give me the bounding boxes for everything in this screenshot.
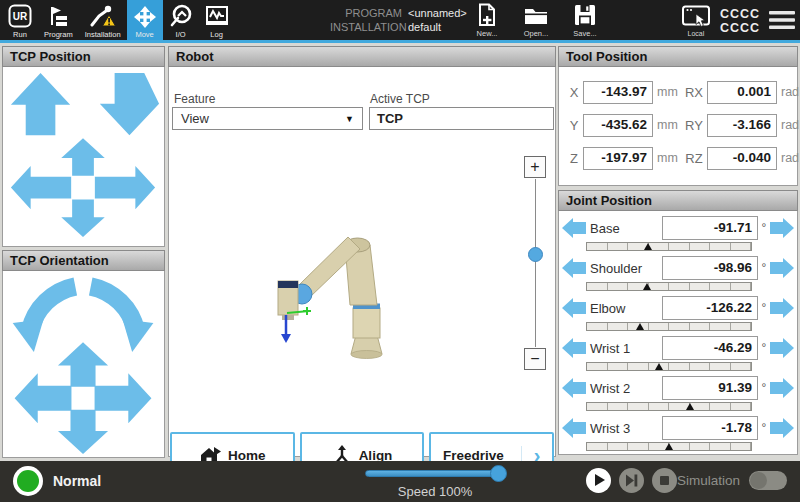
local-mode-button[interactable]: Local xyxy=(681,5,711,37)
tcp-orientation-title: TCP Orientation xyxy=(2,250,165,271)
elbow-minus-button[interactable] xyxy=(562,298,586,318)
safety-status-button[interactable]: Normal xyxy=(13,466,101,496)
shoulder-plus-button[interactable] xyxy=(770,258,794,278)
toggle-knob xyxy=(750,472,767,489)
move-icon xyxy=(134,6,156,28)
rotate-ry-minus-button[interactable] xyxy=(9,373,55,425)
zoom-out-button[interactable]: − xyxy=(524,348,546,370)
wrist1-value-field[interactable]: -46.29 xyxy=(662,336,758,360)
wrist1-minus-button[interactable] xyxy=(562,338,586,358)
rz-value-field[interactable]: -0.040 xyxy=(707,147,777,170)
rotate-rx-plus-button[interactable] xyxy=(56,341,112,387)
arrow-left-icon xyxy=(562,418,586,438)
installation-icon xyxy=(90,4,116,28)
program-tree-icon xyxy=(46,4,70,28)
tab-io[interactable]: I/O xyxy=(163,0,199,40)
wrist3-value-field[interactable]: -1.78 xyxy=(662,416,758,440)
shoulder-range-slider[interactable] xyxy=(586,282,752,291)
robot-3d-viewport[interactable]: + − xyxy=(169,144,555,429)
base-range-slider[interactable] xyxy=(586,242,752,251)
ry-value-field[interactable]: -3.166 xyxy=(707,114,777,137)
rz-unit: rad xyxy=(777,151,800,165)
main-tabs: UR Run Program xyxy=(2,0,235,40)
x-axis-label: X xyxy=(565,85,583,100)
tcp-jog-z-up-button[interactable] xyxy=(7,69,79,137)
tool-row-x: X -143.97 mm RX 0.001 rad xyxy=(565,77,791,107)
program-name: <unnamed> xyxy=(408,7,467,19)
active-tcp-field[interactable]: TCP xyxy=(369,107,554,130)
tab-run[interactable]: UR Run xyxy=(2,0,38,40)
io-icon xyxy=(169,4,193,28)
wrist2-minus-button[interactable] xyxy=(562,378,586,398)
wrist3-minus-button[interactable] xyxy=(562,418,586,438)
speed-slider[interactable] xyxy=(365,470,505,477)
arrow-left-icon xyxy=(562,378,586,398)
zoom-slider-track[interactable] xyxy=(535,179,536,347)
y-value-field[interactable]: -435.62 xyxy=(583,114,653,137)
tcp-jog-z-down-button[interactable] xyxy=(95,69,163,137)
open-button[interactable]: Open... xyxy=(515,3,557,38)
tab-program[interactable]: Program xyxy=(38,0,79,40)
zoom-slider-knob[interactable] xyxy=(528,247,543,262)
step-button[interactable] xyxy=(619,468,644,493)
tcp-jog-y-plus-button[interactable] xyxy=(58,135,110,177)
base-value-field[interactable]: -91.71 xyxy=(662,216,758,240)
x-value-field[interactable]: -143.97 xyxy=(583,81,653,104)
elbow-value-field[interactable]: -126.22 xyxy=(662,296,758,320)
stop-button[interactable] xyxy=(652,468,677,493)
tab-log[interactable]: Log xyxy=(199,0,235,40)
feature-dropdown[interactable]: View ▼ xyxy=(172,107,363,130)
wrist1-plus-button[interactable] xyxy=(770,338,794,358)
base-minus-button[interactable] xyxy=(562,218,586,238)
installation-name: default xyxy=(408,21,441,33)
slider-marker xyxy=(636,323,644,330)
wrist3-plus-button[interactable] xyxy=(770,418,794,438)
file-info: PROGRAM<unnamed> INSTALLATIONdefault xyxy=(330,6,467,34)
wrist2-value-field[interactable]: 91.39 xyxy=(662,376,758,400)
degree-unit: ° xyxy=(759,381,769,395)
rx-value-field[interactable]: 0.001 xyxy=(707,81,777,104)
step-forward-icon xyxy=(625,474,638,487)
z-value-field[interactable]: -197.97 xyxy=(583,147,653,170)
joint-label: Wrist 3 xyxy=(590,421,662,436)
hamburger-menu-button[interactable] xyxy=(769,10,795,33)
tcp-jog-x-plus-button[interactable] xyxy=(111,163,161,213)
active-tcp-value: TCP xyxy=(377,111,403,126)
joint-row-base: Base -91.71 ° xyxy=(562,216,794,255)
wrist2-plus-button[interactable] xyxy=(770,378,794,398)
wrist3-range-slider[interactable] xyxy=(586,442,752,451)
robot-arm-rendering xyxy=(169,144,555,429)
program-label: PROGRAM xyxy=(330,6,402,20)
tab-move[interactable]: Move xyxy=(127,0,163,40)
slider-marker xyxy=(643,283,651,290)
tool-position-title: Tool Position xyxy=(558,46,798,67)
robot-panel-title: Robot xyxy=(168,46,556,67)
joint-row-wrist3: Wrist 3 -1.78 ° xyxy=(562,416,794,455)
save-button[interactable]: Save... xyxy=(564,3,606,38)
tcp-position-title: TCP Position xyxy=(2,46,165,67)
play-button[interactable] xyxy=(586,468,611,493)
wrist1-range-slider[interactable] xyxy=(586,362,752,371)
tab-installation[interactable]: Installation xyxy=(79,0,127,40)
installation-label: INSTALLATION xyxy=(330,20,402,34)
slider-marker xyxy=(665,443,673,450)
tcp-jog-x-minus-button[interactable] xyxy=(7,163,57,213)
rotate-rx-minus-button[interactable] xyxy=(56,409,112,455)
elbow-plus-button[interactable] xyxy=(770,298,794,318)
tcp-position-panel: TCP Position xyxy=(2,46,165,247)
speed-slider-knob[interactable] xyxy=(490,465,507,482)
tcp-jog-y-minus-button[interactable] xyxy=(58,198,110,242)
simulation-toggle[interactable] xyxy=(749,471,787,490)
new-button[interactable]: New... xyxy=(466,3,508,38)
base-plus-button[interactable] xyxy=(770,218,794,238)
zoom-in-button[interactable]: + xyxy=(524,156,546,178)
z-unit: mm xyxy=(653,151,681,165)
log-icon xyxy=(205,4,229,28)
wrist2-range-slider[interactable] xyxy=(586,402,752,411)
accent-line xyxy=(0,40,800,43)
feature-label: Feature xyxy=(174,92,215,106)
elbow-range-slider[interactable] xyxy=(586,322,752,331)
shoulder-minus-button[interactable] xyxy=(562,258,586,278)
shoulder-value-field[interactable]: -98.96 xyxy=(662,256,758,280)
rotate-ry-plus-button[interactable] xyxy=(113,373,159,425)
